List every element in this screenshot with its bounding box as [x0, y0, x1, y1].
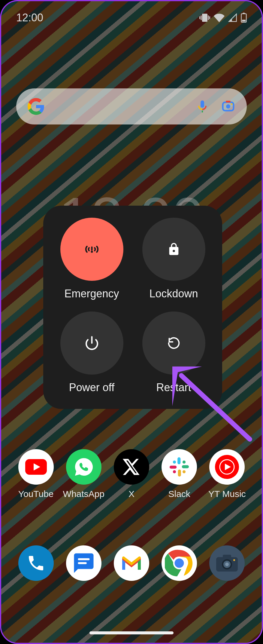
- lockdown-button[interactable]: Lockdown: [134, 218, 213, 300]
- svg-rect-2: [242, 20, 246, 22]
- svg-point-4: [226, 104, 230, 109]
- search-input[interactable]: [50, 88, 184, 124]
- power-menu-dialog: Emergency Lockdown Power off Restart: [43, 206, 222, 409]
- app-x[interactable]: X: [109, 449, 154, 499]
- gesture-nav-bar[interactable]: [89, 631, 174, 634]
- svg-point-33: [225, 563, 229, 566]
- signal-icon: [228, 13, 237, 22]
- phone-icon: [18, 545, 54, 581]
- status-time: 12:00: [16, 11, 43, 24]
- power-off-circle: [60, 311, 123, 375]
- svg-point-34: [233, 559, 235, 561]
- svg-rect-22: [78, 558, 89, 560]
- restart-button[interactable]: Restart: [134, 311, 213, 394]
- app-youtube[interactable]: YouTube: [14, 449, 59, 499]
- slack-label: Slack: [168, 489, 190, 499]
- svg-point-8: [91, 251, 92, 252]
- power-off-label: Power off: [69, 381, 114, 394]
- emergency-button[interactable]: Emergency: [52, 218, 131, 300]
- chrome-icon: [162, 545, 197, 581]
- emergency-label: Emergency: [64, 287, 119, 300]
- whatsapp-label: WhatsApp: [63, 489, 104, 499]
- youtube-icon: [18, 449, 54, 485]
- svg-point-17: [183, 461, 186, 464]
- mic-icon[interactable]: [195, 99, 210, 114]
- ytmusic-label: YT Music: [208, 489, 246, 499]
- svg-rect-15: [170, 466, 177, 469]
- status-icons: [199, 12, 247, 23]
- svg-rect-12: [177, 457, 180, 464]
- google-search-bar[interactable]: [16, 88, 247, 124]
- svg-rect-30: [223, 555, 231, 558]
- wifi-icon: [214, 12, 225, 23]
- slack-icon: [162, 449, 197, 485]
- app-chrome[interactable]: [157, 545, 202, 581]
- app-gmail[interactable]: [109, 545, 154, 581]
- app-phone[interactable]: [14, 545, 59, 581]
- power-icon: [84, 336, 99, 351]
- dock-row: [1, 545, 262, 581]
- app-whatsapp[interactable]: WhatsApp: [61, 449, 106, 499]
- restart-label: Restart: [156, 381, 191, 394]
- messages-icon: [66, 545, 101, 581]
- google-logo-icon: [28, 98, 44, 115]
- app-slack[interactable]: Slack: [157, 449, 202, 499]
- svg-point-5: [231, 103, 232, 105]
- svg-rect-13: [182, 465, 189, 468]
- camera-icon: [209, 545, 245, 581]
- svg-point-18: [183, 470, 186, 473]
- youtube-label: YouTube: [18, 489, 54, 499]
- ytmusic-icon: [209, 449, 245, 485]
- svg-point-16: [173, 461, 176, 464]
- app-row: YouTube WhatsApp X Slack: [1, 449, 262, 499]
- x-label: X: [128, 489, 135, 499]
- emergency-circle: [60, 218, 123, 281]
- status-bar: 12:00: [1, 1, 262, 34]
- restart-circle: [142, 311, 205, 375]
- svg-rect-6: [226, 101, 231, 103]
- gmail-icon: [114, 545, 149, 581]
- lockdown-circle: [142, 218, 205, 281]
- svg-rect-14: [178, 470, 181, 477]
- power-off-button[interactable]: Power off: [52, 311, 131, 394]
- svg-point-19: [173, 470, 176, 473]
- battery-icon: [241, 13, 247, 23]
- app-ytmusic[interactable]: YT Music: [204, 449, 249, 499]
- restart-icon: [167, 336, 181, 350]
- lens-icon[interactable]: [221, 99, 235, 114]
- svg-rect-23: [78, 562, 86, 564]
- whatsapp-icon: [66, 449, 101, 485]
- lockdown-label: Lockdown: [149, 287, 198, 300]
- x-icon: [114, 449, 149, 485]
- vibrate-icon: [199, 12, 210, 23]
- app-camera[interactable]: [204, 545, 249, 581]
- app-messages[interactable]: [61, 545, 106, 581]
- emergency-icon: [83, 241, 100, 258]
- lock-icon: [167, 242, 181, 256]
- svg-rect-1: [243, 13, 245, 14]
